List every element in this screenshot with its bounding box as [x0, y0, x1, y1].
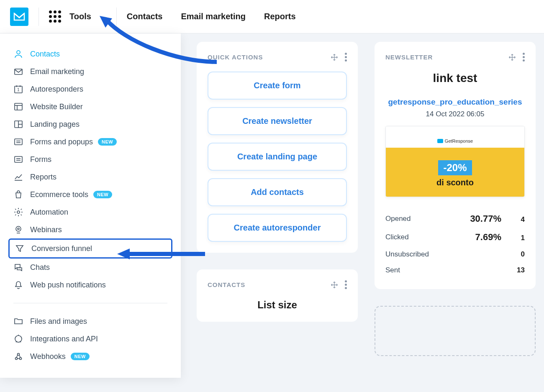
dd-item-forms[interactable]: Forms: [8, 151, 172, 168]
kebab-menu-icon[interactable]: [523, 53, 525, 61]
stat-label: Sent: [385, 266, 400, 274]
folder-icon: [13, 316, 23, 326]
newsletter-link[interactable]: getresponse_pro_education_series: [385, 97, 525, 107]
dd-label: Webinars: [30, 225, 62, 234]
svg-point-23: [15, 358, 18, 360]
new-badge: NEW: [98, 138, 117, 146]
kebab-menu-icon[interactable]: [345, 280, 347, 289]
dd-item-landing-pages[interactable]: Landing pages: [8, 115, 172, 133]
dd-label: Webhooks: [30, 352, 66, 361]
chart-icon: [13, 172, 23, 182]
stat-opened: Opened 30.77% 4: [385, 210, 525, 228]
dd-label: Integrations and API: [30, 335, 98, 343]
card-title: CONTACTS: [208, 281, 245, 288]
dd-item-webhooks[interactable]: Webhooks NEW: [8, 348, 172, 365]
nav-tools[interactable]: Tools: [69, 12, 91, 21]
dd-item-web-push[interactable]: Web push notifications: [8, 276, 172, 294]
move-icon[interactable]: [508, 54, 516, 61]
quick-actions-card: QUICK ACTIONS Create form Create newslet…: [197, 42, 358, 253]
new-badge: NEW: [93, 191, 112, 198]
funnel-icon: [15, 243, 25, 254]
divider: [13, 303, 167, 303]
person-icon: [13, 49, 23, 59]
contacts-heading: List size: [208, 299, 347, 311]
dd-item-website-builder[interactable]: Website Builder: [8, 98, 172, 115]
stat-value: 7.69%: [475, 232, 501, 243]
card-title: NEWSLETTER: [385, 54, 433, 61]
move-icon[interactable]: [331, 281, 338, 289]
svg-point-20: [16, 226, 21, 231]
dd-label: Landing pages: [30, 120, 80, 129]
svg-point-22: [15, 336, 22, 342]
webcam-icon: [13, 225, 23, 235]
add-contacts-button[interactable]: Add contacts: [208, 178, 347, 206]
dd-item-reports[interactable]: Reports: [8, 168, 172, 186]
dd-item-files[interactable]: Files and images: [8, 313, 172, 330]
tools-dropdown: Contacts Email marketing 1 Autoresponder…: [0, 33, 181, 378]
dd-label: Ecommerce tools: [30, 190, 88, 199]
placeholder-card[interactable]: [375, 306, 536, 356]
newsletter-date: 14 Oct 2022 06:05: [385, 110, 525, 118]
dd-item-ecommerce[interactable]: Ecommerce tools NEW: [8, 186, 172, 203]
create-landing-page-button[interactable]: Create landing page: [208, 143, 347, 171]
preview-subtext: di sconto: [390, 178, 520, 187]
move-icon[interactable]: [331, 54, 338, 61]
dd-label: Automation: [30, 208, 68, 217]
dd-item-integrations[interactable]: Integrations and API: [8, 330, 172, 348]
preview-brand: GetResponse: [386, 137, 524, 148]
annotation-arrow-2: [117, 248, 205, 262]
calendar-icon: 1: [13, 84, 23, 94]
create-form-button[interactable]: Create form: [208, 72, 347, 100]
logo[interactable]: [10, 8, 28, 26]
dd-label: Files and images: [30, 317, 87, 326]
svg-point-21: [18, 228, 19, 230]
dd-label: Forms: [30, 155, 51, 164]
layout-grid-icon: [13, 102, 23, 112]
mini-logo-icon: [437, 139, 443, 143]
svg-marker-27: [117, 249, 130, 259]
bag-icon: [13, 190, 23, 200]
svg-point-0: [17, 51, 20, 54]
gear-icon: [13, 207, 23, 217]
svg-rect-1: [15, 69, 22, 74]
bell-icon: [13, 280, 23, 290]
dd-label: Autoresponders: [30, 85, 83, 94]
stat-clicked: Clicked 7.69% 1: [385, 228, 525, 246]
stat-count: 1: [514, 234, 525, 242]
webhook-icon: [13, 351, 23, 361]
top-nav: Tools Contacts Email marketing Reports: [0, 0, 544, 33]
new-badge: NEW: [71, 353, 90, 360]
stat-value: 30.77%: [470, 213, 501, 224]
newsletter-heading: link test: [385, 72, 525, 85]
dd-label: Website Builder: [30, 102, 83, 111]
svg-point-25: [18, 354, 20, 356]
nav-reports[interactable]: Reports: [264, 12, 296, 21]
dd-label: Conversion funnel: [31, 244, 92, 253]
dd-label: Email marketing: [30, 67, 84, 76]
svg-rect-12: [15, 139, 22, 145]
kebab-menu-icon[interactable]: [345, 53, 347, 61]
svg-rect-6: [15, 103, 22, 110]
newsletter-stats: Opened 30.77% 4 Clicked 7.69% 1 Unsubscr…: [385, 210, 525, 278]
dashboard-content: QUICK ACTIONS Create form Create newslet…: [197, 42, 536, 356]
plug-icon: [13, 334, 23, 344]
dd-item-forms-popups[interactable]: Forms and popups NEW: [8, 133, 172, 151]
annotation-arrow-1: [100, 16, 217, 68]
dd-label: Web push notifications: [30, 281, 106, 290]
svg-rect-15: [15, 156, 22, 162]
svg-text:1: 1: [17, 87, 20, 92]
stat-count: 13: [514, 266, 525, 274]
dd-item-automation[interactable]: Automation: [8, 203, 172, 221]
svg-point-19: [17, 211, 20, 213]
create-autoresponder-button[interactable]: Create autoresponder: [208, 214, 347, 242]
stat-label: Opened: [385, 215, 411, 223]
preview-discount: -20%: [438, 160, 472, 175]
create-newsletter-button[interactable]: Create newsletter: [208, 107, 347, 135]
stat-count: 0: [514, 250, 525, 259]
newsletter-preview[interactable]: GetResponse -20% di sconto: [385, 126, 525, 197]
form-icon: [13, 154, 23, 164]
dd-item-webinars[interactable]: Webinars: [8, 221, 172, 238]
apps-grid-icon[interactable]: [49, 10, 61, 23]
dd-item-autoresponders[interactable]: 1 Autoresponders: [8, 80, 172, 98]
stat-label: Unsubscribed: [385, 250, 429, 259]
